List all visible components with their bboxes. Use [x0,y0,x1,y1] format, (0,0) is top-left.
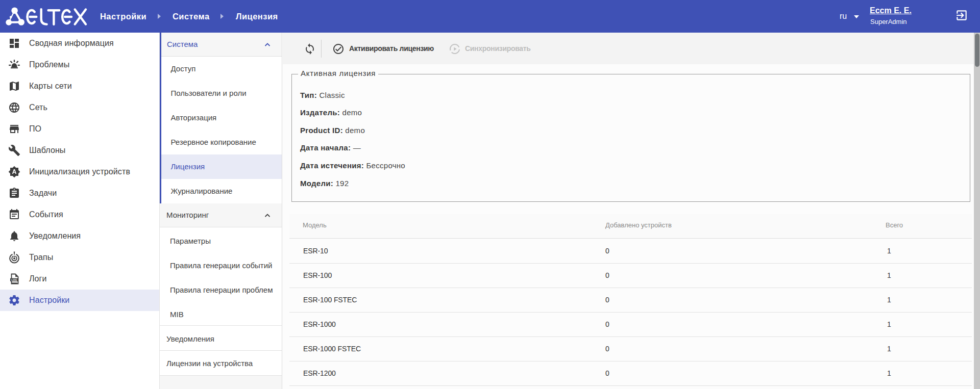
svg-text:LOG: LOG [11,278,17,281]
